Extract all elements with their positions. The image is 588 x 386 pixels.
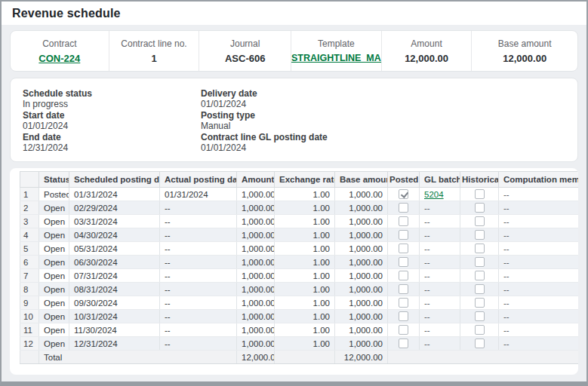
historical-cell <box>460 323 499 337</box>
start-date-label: Start date <box>23 110 201 121</box>
page-title: Revenue schedule <box>12 7 121 20</box>
scheduled-posting-date-cell: 06/30/2024 <box>69 256 160 269</box>
historical-checkbox[interactable] <box>475 311 485 321</box>
historical-cell <box>460 201 499 215</box>
scheduled-posting-date-cell: 05/31/2024 <box>69 242 160 256</box>
row-number-cell: 9 <box>20 296 39 310</box>
scheduled-posting-date-cell: 02/29/2024 <box>69 201 160 215</box>
actual-posting-date-cell: -- <box>160 296 237 310</box>
actual-posting-date-cell: 01/31/2024 <box>160 188 237 201</box>
end-date-value: 12/31/2024 <box>23 142 201 153</box>
historical-checkbox[interactable] <box>475 325 485 335</box>
posted-checkbox[interactable] <box>399 189 408 199</box>
historical-cell <box>460 310 499 323</box>
historical-checkbox[interactable] <box>475 244 485 253</box>
amount-cell: 1,000.00 <box>237 337 275 351</box>
posted-cell <box>388 296 420 310</box>
column-header-scheduled-posting-date: Scheduled posting date <box>69 172 160 188</box>
base-amount-cell: 1,000.00 <box>335 337 388 351</box>
gl-batch-link[interactable]: 5204 <box>424 190 444 199</box>
row-number-cell: 5 <box>20 242 39 256</box>
historical-checkbox[interactable] <box>475 339 485 348</box>
column-header-actual-posting-date: Actual posting date <box>160 172 237 188</box>
actual-posting-date-cell: -- <box>160 310 237 323</box>
historical-checkbox[interactable] <box>475 257 485 267</box>
exchange-rate-cell: 1.00 <box>275 201 335 215</box>
row-number-cell: 10 <box>20 310 39 323</box>
historical-cell <box>460 215 499 228</box>
posting-type-field: Posting type Manual <box>201 110 565 131</box>
row-number-cell: 11 <box>20 323 39 337</box>
journal-label: Journal <box>230 38 260 49</box>
actual-posting-date-cell: -- <box>160 283 237 296</box>
summary-field-amount: Amount 12,000.00 <box>382 31 473 71</box>
schedule-table-panel: StatusScheduled posting dateActual posti… <box>10 168 578 375</box>
posted-checkbox[interactable] <box>399 230 408 240</box>
exchange-rate-cell: 1.00 <box>275 242 335 256</box>
amount-cell: 1,000.00 <box>237 323 275 337</box>
details-right-column: Delivery date 01/01/2024 Posting type Ma… <box>201 88 565 152</box>
historical-cell <box>460 269 499 283</box>
posted-checkbox[interactable] <box>399 216 408 226</box>
base-amount-cell: 1,000.00 <box>335 215 388 228</box>
historical-cell <box>460 256 499 269</box>
amount-cell: 1,000.00 <box>237 269 275 283</box>
gl-batch-cell: -- <box>420 296 460 310</box>
amount-cell: 1,000.00 <box>237 242 275 256</box>
summary-field-contract: Contract CON-224 <box>11 31 109 71</box>
contract-line-no-label: Contract line no. <box>121 38 186 49</box>
posted-checkbox[interactable] <box>399 298 408 308</box>
historical-checkbox[interactable] <box>475 216 485 226</box>
delivery-date-label: Delivery date <box>201 88 565 99</box>
template-link[interactable]: STRAIGHTLINE_MANUAL <box>291 53 381 63</box>
status-cell: Open <box>39 215 69 228</box>
schedule-status-label: Schedule status <box>23 88 201 99</box>
base-amount-cell: 1,000.00 <box>335 269 388 283</box>
posted-checkbox[interactable] <box>399 271 408 280</box>
total-row: Total 12,000.00 12,000.00 <box>20 351 579 364</box>
table-row: 5 Open 05/31/2024 -- 1,000.00 1.00 1,000… <box>20 242 579 256</box>
details-card: Schedule status In progress Start date 0… <box>10 78 578 162</box>
contract-line-gl-posting-date-label: Contract line GL posting date <box>201 132 565 142</box>
computation-memo-cell: -- <box>499 228 579 242</box>
historical-cell <box>460 242 499 256</box>
posted-checkbox[interactable] <box>399 284 408 294</box>
base-amount-cell: 1,000.00 <box>335 188 388 201</box>
end-date-field: End date 12/31/2024 <box>23 132 201 153</box>
column-header-historical: Historical <box>460 172 499 188</box>
scheduled-posting-date-cell: 01/31/2024 <box>69 188 160 201</box>
posted-checkbox[interactable] <box>399 257 408 267</box>
amount-cell: 1,000.00 <box>237 296 275 310</box>
status-cell: Open <box>39 201 69 215</box>
computation-memo-cell: -- <box>499 188 579 201</box>
scheduled-posting-date-cell: 12/31/2024 <box>69 337 160 351</box>
column-header-exchange-rate: Exchange rate <box>275 172 335 188</box>
historical-checkbox[interactable] <box>475 298 485 308</box>
summary-card: Contract CON-224 Contract line no. 1 Jou… <box>10 30 578 72</box>
computation-memo-cell: -- <box>499 256 579 269</box>
posted-checkbox[interactable] <box>399 339 408 348</box>
column-header-base-amount: Base amount <box>335 172 388 188</box>
posted-checkbox[interactable] <box>399 203 408 213</box>
historical-checkbox[interactable] <box>475 284 485 294</box>
historical-checkbox[interactable] <box>475 189 485 199</box>
total-amount: 12,000.00 <box>237 351 275 364</box>
scheduled-posting-date-cell: 08/31/2024 <box>69 283 160 296</box>
table-row: 7 Open 07/31/2024 -- 1,000.00 1.00 1,000… <box>20 269 579 283</box>
contract-link[interactable]: CON-224 <box>38 53 80 64</box>
posted-checkbox[interactable] <box>399 325 408 335</box>
historical-checkbox[interactable] <box>475 271 485 280</box>
table-row: 9 Open 09/30/2024 -- 1,000.00 1.00 1,000… <box>20 296 579 310</box>
amount-label: Amount <box>411 38 442 49</box>
start-date-value: 01/01/2024 <box>23 121 201 131</box>
row-number-cell: 8 <box>20 283 39 296</box>
historical-checkbox[interactable] <box>475 203 485 213</box>
base-amount-value: 12,000.00 <box>503 53 546 64</box>
posted-cell <box>388 242 420 256</box>
amount-cell: 1,000.00 <box>237 256 275 269</box>
historical-checkbox[interactable] <box>475 230 485 240</box>
posted-checkbox[interactable] <box>399 311 408 321</box>
computation-memo-cell: -- <box>499 242 579 256</box>
posted-checkbox[interactable] <box>399 244 408 253</box>
contract-line-gl-posting-date-value: 01/01/2024 <box>201 142 565 153</box>
